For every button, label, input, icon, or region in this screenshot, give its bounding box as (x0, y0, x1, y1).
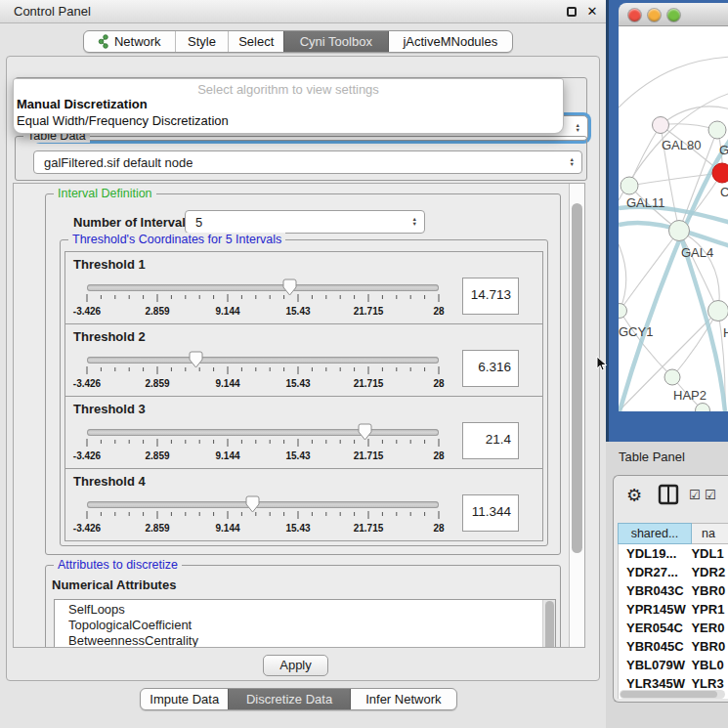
threshold-label: Threshold 3 (73, 402, 146, 416)
control-panel-tabs: Network Style Select Cyni Toolbox jActiv… (83, 30, 513, 53)
slider-track[interactable] (87, 429, 439, 436)
attributes-group: Attributes to discretize Numerical Attri… (45, 565, 561, 648)
svg-text:28: 28 (433, 450, 445, 461)
network-node-label: C (720, 185, 728, 199)
tab-label: Network (114, 34, 161, 49)
tab-cyni-toolbox[interactable]: Cyni Toolbox (283, 31, 388, 52)
slider-thumb[interactable] (357, 423, 373, 442)
svg-text:15.43: 15.43 (285, 450, 310, 461)
close-icon[interactable]: ✕ (586, 6, 598, 18)
network-node[interactable] (669, 221, 690, 241)
tab-jactivemnodules[interactable]: jActiveMNodules (388, 31, 512, 52)
tab-infer-network[interactable]: Infer Network (350, 689, 456, 709)
tab-style[interactable]: Style (175, 31, 229, 52)
threshold-value-field[interactable]: 21.4 (462, 422, 519, 459)
close-traffic-light[interactable] (628, 9, 641, 21)
threshold-panel: Threshold 4-3.4262.8599.14415.4321.71528… (64, 468, 543, 541)
table-row[interactable]: YBR045CYBR0 (619, 637, 728, 656)
attribute-item[interactable]: TopologicalCoefficient (68, 618, 555, 633)
table-row[interactable]: YDL19...YDL1 (619, 544, 728, 563)
group-title: Interval Definition (54, 187, 156, 200)
apply-button[interactable]: Apply (263, 655, 328, 676)
tab-network[interactable]: Network (84, 31, 175, 52)
slider-thumb[interactable] (244, 495, 261, 514)
cell-shared-name: YER054C (619, 619, 687, 637)
svg-text:28: 28 (433, 523, 445, 534)
cell-shared-name: YBL079W (619, 656, 687, 674)
cell-name: YBR0 (687, 637, 728, 656)
cell-shared-name: YDL19... (619, 544, 687, 563)
dropdown-option-equal-width-frequency[interactable]: Equal Width/Frequency Discretization (17, 113, 229, 128)
svg-text:2.859: 2.859 (145, 378, 169, 389)
threshold-panel: Threshold 2-3.4262.8599.14415.4321.71528… (64, 323, 543, 397)
network-window-titlebar (619, 3, 728, 26)
network-node[interactable] (619, 304, 627, 319)
scrollbar-thumb[interactable] (621, 691, 717, 698)
svg-text:2.859: 2.859 (145, 306, 169, 317)
tab-select[interactable]: Select (228, 31, 283, 52)
float-window-icon[interactable] (567, 6, 578, 18)
table-data-combobox[interactable]: galFiltered.sif default node ▲▼ (33, 150, 582, 174)
svg-text:2.859: 2.859 (145, 523, 169, 534)
network-edge (629, 125, 661, 186)
minimize-traffic-light[interactable] (648, 9, 661, 21)
table-row[interactable]: YBL079WYBL0 (619, 656, 728, 674)
network-view-window: GAL80GAGAL11CGAL4GCY1HHAP2 (606, 0, 728, 442)
tab-label: Discretize Data (246, 692, 332, 707)
list-scrollbar[interactable] (542, 600, 555, 648)
number-of-intervals-combobox[interactable]: 5 ▲▼ (185, 210, 425, 234)
cell-shared-name: YDR27... (619, 563, 687, 581)
scrollbar-thumb[interactable] (572, 203, 582, 553)
slider-thumb[interactable] (188, 351, 204, 369)
checkbox-icon[interactable]: ☑ (705, 488, 716, 502)
svg-text:-3.426: -3.426 (73, 450, 102, 461)
threshold-panel: Threshold 3-3.4262.8599.14415.4321.71528… (64, 396, 543, 469)
threshold-value-field[interactable]: 6.316 (462, 350, 519, 387)
svg-text:-3.426: -3.426 (73, 306, 102, 317)
table-row[interactable]: YDR27...YDR2 (619, 563, 728, 581)
network-node[interactable] (712, 163, 728, 183)
column-header-name[interactable]: na (692, 523, 728, 544)
algorithm-dropdown-popup: Select algorithm to view settings Manual… (13, 78, 564, 134)
cell-name: YER0 (687, 619, 728, 637)
network-node[interactable] (696, 404, 710, 412)
tab-impute-data[interactable]: Impute Data (141, 689, 228, 709)
combo-stepper-icon: ▲▼ (576, 123, 580, 133)
vertical-scrollbar[interactable] (569, 184, 584, 647)
network-edge (619, 244, 626, 311)
numerical-attributes-list[interactable]: SelfLoopsTopologicalCoefficientBetweenne… (54, 599, 556, 648)
network-node[interactable] (664, 369, 680, 385)
slider-track[interactable] (87, 501, 439, 508)
slider-track[interactable] (87, 357, 439, 364)
threshold-value-field[interactable]: 14.713 (462, 278, 519, 315)
horizontal-scrollbar[interactable] (620, 690, 725, 699)
table-row[interactable]: YER054CYER0 (619, 619, 728, 637)
dropdown-hint: Select algorithm to view settings (14, 82, 563, 97)
threshold-list: Threshold 1-3.4262.8599.14415.4321.71528… (64, 252, 543, 541)
slider-thumb[interactable] (281, 278, 298, 297)
network-node[interactable] (653, 117, 669, 134)
attribute-item[interactable]: SelfLoops (68, 602, 555, 618)
zoom-traffic-light[interactable] (667, 9, 680, 21)
network-node[interactable] (621, 177, 638, 194)
threshold-value-field[interactable]: 11.344 (462, 494, 519, 532)
network-node[interactable] (708, 301, 728, 321)
table-panel: ⚙ ☑ ☑ shared... na YDL19...YDL1YDR27...Y… (613, 475, 728, 703)
network-canvas[interactable]: GAL80GAGAL11CGAL4GCY1HHAP2 (619, 26, 728, 411)
column-header-shared-name[interactable]: shared... (618, 523, 692, 544)
control-panel: Control Panel ✕ Network Style Select Cyn… (0, 0, 606, 728)
table-row[interactable]: YBR043CYBR0 (619, 581, 728, 600)
tab-discretize-data[interactable]: Discretize Data (228, 689, 349, 709)
control-panel-titlebar: Control Panel ✕ (0, 0, 606, 23)
checkbox-icon[interactable]: ☑ (689, 488, 701, 502)
slider-track[interactable] (87, 284, 439, 291)
network-edge (620, 311, 672, 377)
attribute-item[interactable]: BetweennessCentrality (68, 633, 555, 648)
network-node[interactable] (708, 121, 726, 139)
dropdown-option-manual-discretization[interactable]: Manual Discretization (17, 97, 148, 111)
table-row[interactable]: YPR145WYPR1 (619, 600, 728, 619)
columns-icon[interactable] (658, 484, 679, 505)
interval-definition-group: Interval Definition Number of Intervals … (45, 193, 561, 555)
gear-icon[interactable]: ⚙ (626, 485, 642, 506)
svg-text:9.144: 9.144 (215, 306, 239, 317)
